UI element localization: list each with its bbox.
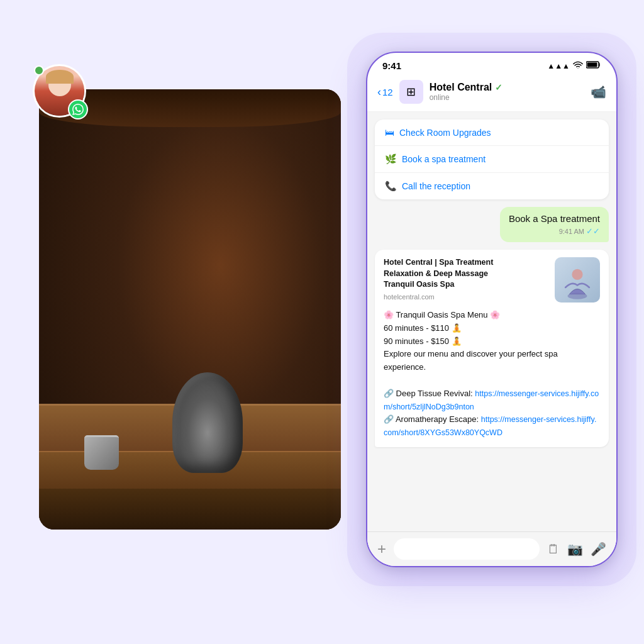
- aromatherapy-link[interactable]: https://messenger-services.hijiffy.com/s…: [384, 415, 596, 437]
- battery-icon: [586, 61, 601, 70]
- contact-info: Hotel Central ✓ online: [430, 82, 584, 102]
- signal-icon: ▲▲▲: [547, 62, 570, 70]
- read-receipt-icon: ✓✓: [586, 226, 600, 236]
- quick-reply-label: Call the reception: [402, 181, 470, 191]
- sent-message-text: Book a Spa treatment: [509, 213, 600, 224]
- spa-icon: 🌿: [385, 153, 397, 165]
- svg-point-3: [568, 293, 587, 299]
- contact-icon: ⊞: [399, 80, 423, 104]
- phone-frame: 9:41 ▲▲▲: [366, 52, 618, 567]
- received-message: Hotel Central | Spa Treatment Relaxation…: [375, 250, 609, 447]
- quick-reply-reception[interactable]: 📞 Call the reception: [375, 173, 609, 199]
- status-icons: ▲▲▲: [547, 61, 601, 70]
- back-count: 12: [382, 87, 393, 97]
- spa-card-text: Hotel Central | Spa Treatment Relaxation…: [384, 257, 547, 303]
- sent-message: Book a Spa treatment 9:41 AM ✓✓: [375, 207, 609, 242]
- svg-point-2: [572, 269, 582, 280]
- online-indicator: [34, 65, 44, 75]
- input-bar: + 🗒 📷 🎤: [367, 531, 616, 566]
- spa-card-header: Hotel Central | Spa Treatment Relaxation…: [384, 257, 600, 303]
- status-bar: 9:41 ▲▲▲: [367, 53, 616, 75]
- input-icons: 🗒 📷 🎤: [547, 541, 606, 557]
- quick-reply-label: Book a spa treatment: [402, 154, 486, 164]
- message-input[interactable]: [394, 538, 540, 560]
- status-time: 9:41: [382, 60, 401, 71]
- quick-reply-spa[interactable]: 🌿 Book a spa treatment: [375, 146, 609, 173]
- contact-name: Hotel Central ✓: [430, 82, 584, 93]
- spa-menu-body: 🌸 Tranquil Oasis Spa Menu 🌸 60 minutes -…: [384, 309, 600, 440]
- quick-reply-label: Check Room Upgrades: [399, 128, 491, 138]
- attach-button[interactable]: +: [377, 540, 386, 558]
- quick-replies-container: 🛏 Check Room Upgrades 🌿 Book a spa treat…: [375, 119, 609, 199]
- quick-reply-room-upgrades[interactable]: 🛏 Check Room Upgrades: [375, 119, 609, 146]
- mic-icon[interactable]: 🎤: [591, 541, 606, 557]
- sent-message-time: 9:41 AM: [559, 228, 584, 235]
- contact-status: online: [430, 93, 584, 102]
- wifi-icon: [573, 61, 583, 70]
- spa-card-site: hotelcentral.com: [384, 293, 547, 301]
- spa-card-image: [555, 257, 600, 303]
- camera-icon[interactable]: 📷: [567, 541, 583, 557]
- whatsapp-icon: [68, 99, 88, 119]
- sent-message-meta: 9:41 AM ✓✓: [509, 226, 600, 236]
- verified-badge: ✓: [495, 82, 502, 92]
- scene: 9:41 ▲▲▲: [39, 52, 605, 592]
- sticker-icon[interactable]: 🗒: [547, 542, 560, 557]
- sauna-background: [39, 89, 341, 530]
- phone-icon: 📞: [385, 180, 397, 192]
- bed-icon: 🛏: [385, 127, 394, 138]
- back-button[interactable]: ‹ 12: [377, 86, 393, 99]
- avatar: [33, 64, 89, 121]
- chat-area[interactable]: 🛏 Check Room Upgrades 🌿 Book a spa treat…: [367, 112, 616, 566]
- chat-header: ‹ 12 ⊞ Hotel Central ✓ online 📹: [367, 75, 616, 112]
- video-call-icon[interactable]: 📹: [591, 84, 606, 99]
- chevron-left-icon: ‹: [377, 86, 381, 99]
- svg-rect-1: [587, 63, 597, 67]
- spa-card-title: Hotel Central | Spa Treatment Relaxation…: [384, 257, 547, 291]
- deep-tissue-link[interactable]: https://messenger-services.hijiffy.com/s…: [384, 389, 599, 411]
